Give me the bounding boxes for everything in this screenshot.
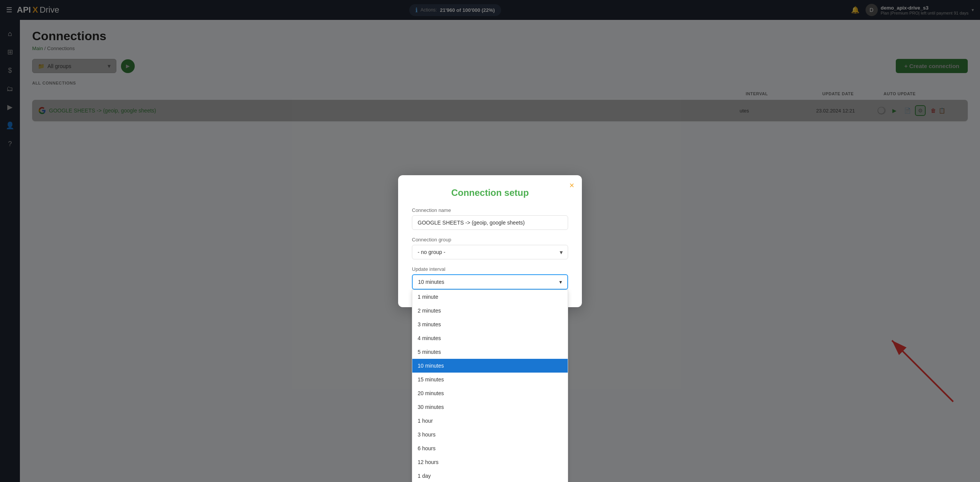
update-interval-group: Update interval 10 minutes ▾ 1 minute 2 … bbox=[412, 266, 568, 290]
interval-option-1min[interactable]: 1 minute bbox=[412, 290, 568, 304]
interval-option-1day[interactable]: 1 day bbox=[412, 469, 568, 482]
update-interval-label: Update interval bbox=[412, 266, 568, 272]
interval-option-20min[interactable]: 20 minutes bbox=[412, 386, 568, 400]
modal-overlay[interactable]: × Connection setup Connection name Conne… bbox=[0, 0, 980, 482]
interval-option-10min[interactable]: 10 minutes bbox=[412, 359, 568, 373]
interval-option-1hour[interactable]: 1 hour bbox=[412, 414, 568, 428]
modal: × Connection setup Connection name Conne… bbox=[398, 175, 582, 307]
interval-option-3min[interactable]: 3 minutes bbox=[412, 318, 568, 331]
interval-selected-value: 10 minutes bbox=[418, 279, 444, 285]
interval-option-3hours[interactable]: 3 hours bbox=[412, 428, 568, 441]
interval-option-12hours[interactable]: 12 hours bbox=[412, 455, 568, 469]
interval-option-4min[interactable]: 4 minutes bbox=[412, 331, 568, 345]
connection-name-label: Connection name bbox=[412, 207, 568, 213]
update-interval-select-wrapper: 10 minutes ▾ 1 minute 2 minutes 3 minute… bbox=[412, 274, 568, 290]
interval-dropdown: 1 minute 2 minutes 3 minutes 4 minutes 5… bbox=[412, 290, 568, 482]
interval-option-30min[interactable]: 30 minutes bbox=[412, 400, 568, 414]
connection-group-select-wrapper bbox=[412, 245, 568, 259]
interval-chevron-icon: ▾ bbox=[559, 279, 562, 285]
interval-option-15min[interactable]: 15 minutes bbox=[412, 373, 568, 386]
connection-group-group: Connection group bbox=[412, 237, 568, 259]
modal-title: Connection setup bbox=[412, 187, 568, 198]
interval-select-display[interactable]: 10 minutes ▾ bbox=[412, 274, 568, 290]
interval-option-5min[interactable]: 5 minutes bbox=[412, 345, 568, 359]
connection-name-input[interactable] bbox=[412, 215, 568, 230]
modal-close-button[interactable]: × bbox=[569, 181, 574, 190]
interval-option-6hours[interactable]: 6 hours bbox=[412, 441, 568, 455]
interval-option-2min[interactable]: 2 minutes bbox=[412, 304, 568, 318]
connection-name-group: Connection name bbox=[412, 207, 568, 230]
connection-group-label: Connection group bbox=[412, 237, 568, 243]
connection-group-select[interactable] bbox=[412, 245, 568, 259]
